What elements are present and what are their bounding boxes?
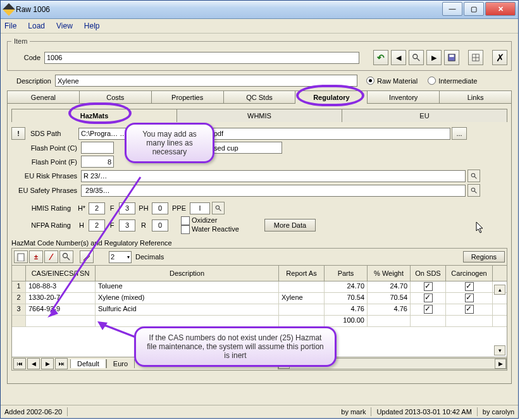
search-button[interactable] <box>409 50 424 65</box>
subtab-hazmats[interactable]: HazMats <box>11 109 177 122</box>
table-row[interactable]: 1108-88-3Toluene24.7024.70 <box>12 281 507 293</box>
grid-scroll-down[interactable]: ▾ <box>494 345 505 355</box>
tab-links[interactable]: Links <box>439 90 512 104</box>
nfpa-h-input[interactable] <box>89 219 105 232</box>
code-input[interactable] <box>44 52 359 64</box>
tab-regulatory[interactable]: Regulatory <box>295 90 368 104</box>
app-window: Raw 1006 — ▢ ✕ File Load View Help Item … <box>0 0 519 419</box>
grid-button[interactable] <box>468 50 483 65</box>
intermediate-radio[interactable]: Intermediate <box>428 77 477 85</box>
table-row[interactable]: 37664-93-9Sulfuric Acid4.764.76 <box>12 304 507 316</box>
more-data-button[interactable]: More Data <box>264 219 316 232</box>
decimals-spinner[interactable]: 2▾ <box>109 251 132 263</box>
col-cas[interactable]: CAS/EINECS/TSN <box>26 266 96 281</box>
nfpa-f-input[interactable] <box>119 219 135 232</box>
subtab-whmis[interactable]: WHMIS <box>176 109 342 122</box>
edit-row-button[interactable] <box>80 250 94 263</box>
subtab-eu[interactable]: EU <box>342 109 507 122</box>
regulatory-pane: HazMats WHMIS EU ! SDS Path ... Flash Po… <box>7 103 512 384</box>
tab-inventory[interactable]: Inventory <box>367 90 440 104</box>
svg-line-15 <box>67 257 70 260</box>
last-sheet-button[interactable]: ⏭ <box>55 358 68 369</box>
hmis-ph-label: PH <box>135 204 152 212</box>
new-row-button[interactable] <box>14 250 28 263</box>
ppe-input[interactable] <box>190 202 210 214</box>
cancel-row-button[interactable]: ⁄ <box>44 250 58 263</box>
eu-safety-lookup-button[interactable] <box>467 184 480 197</box>
col-carcinogen[interactable]: Carcinogen <box>446 266 493 281</box>
content-area: Item Code ↶ ◀ ▶ ✗ Description <box>1 34 518 411</box>
first-sheet-button[interactable]: ⏮ <box>13 358 26 369</box>
prev-sheet-button[interactable]: ◀ <box>27 358 40 369</box>
save-button[interactable] <box>444 50 459 65</box>
eu-safety-label: EU Safety Phrases <box>11 187 81 194</box>
next-record-button[interactable]: ▶ <box>426 50 442 65</box>
sub-tabs: HazMats WHMIS EU <box>11 109 507 122</box>
search-grid-button[interactable] <box>59 250 73 263</box>
hazmat-grid-title: HazMat Code Number(s) and Regulatory Ref… <box>11 239 507 247</box>
nfpa-r-input[interactable] <box>152 219 168 232</box>
tab-properties[interactable]: Properties <box>151 90 224 104</box>
menu-help[interactable]: Help <box>84 22 100 30</box>
tab-costs[interactable]: Costs <box>79 90 152 104</box>
flashpoint-f-input[interactable] <box>81 156 114 168</box>
col-parts[interactable]: Parts <box>325 266 368 281</box>
window-title: Raw 1006 <box>16 5 50 14</box>
regions-button[interactable]: Regions <box>463 251 505 262</box>
callout-lines: You may add as many lines as necessary <box>125 123 214 163</box>
nfpa-f-label: F <box>105 221 119 229</box>
col-reportas[interactable]: Report As <box>279 266 325 281</box>
sheet-tab-default[interactable]: Default <box>70 359 106 368</box>
hazmat-toolbar: ± ⁄ 2▾ Decimals Regions <box>11 248 507 266</box>
maximize-button[interactable]: ▢ <box>464 2 484 16</box>
description-label: Description <box>7 77 55 85</box>
next-sheet-button[interactable]: ▶ <box>41 358 54 369</box>
menu-load[interactable]: Load <box>28 22 45 30</box>
col-description[interactable]: Description <box>96 266 279 281</box>
eu-safety-input[interactable] <box>81 185 466 197</box>
svg-point-7 <box>471 173 475 177</box>
warn-button[interactable]: ! <box>11 127 25 140</box>
prev-record-button[interactable]: ◀ <box>391 50 406 65</box>
status-updated: Updated 2013-03-01 10:42 AM <box>376 408 471 416</box>
close-button[interactable]: ✕ <box>485 2 516 16</box>
hscroll-right[interactable]: ▶ <box>495 359 506 369</box>
water-reactive-check[interactable]: Water Reactive <box>181 225 239 234</box>
titlebar[interactable]: Raw 1006 — ▢ ✕ <box>1 1 518 19</box>
description-input[interactable] <box>55 75 357 87</box>
svg-point-11 <box>216 206 220 209</box>
sds-browse-button[interactable]: ... <box>452 127 467 140</box>
item-group: Item Code ↶ ◀ ▶ ✗ <box>7 37 512 71</box>
eu-risk-lookup-button[interactable] <box>467 170 480 182</box>
col-onsds[interactable]: On SDS <box>411 266 446 281</box>
svg-rect-13 <box>18 254 24 261</box>
oxidizer-check[interactable]: Oxidizer <box>181 216 239 225</box>
menubar: File Load View Help <box>1 19 518 34</box>
hmis-h-input[interactable] <box>89 202 105 214</box>
raw-material-radio[interactable]: Raw Material <box>366 77 418 85</box>
svg-line-12 <box>219 209 221 211</box>
ppe-lookup-button[interactable] <box>212 202 225 214</box>
col-weight[interactable]: % Weight <box>368 266 411 281</box>
minimize-button[interactable]: — <box>442 2 462 16</box>
flashpoint-c-input[interactable] <box>81 142 114 154</box>
delete-row-button[interactable]: ± <box>29 250 43 263</box>
sds-path-label: SDS Path <box>30 130 78 137</box>
menu-file[interactable]: File <box>4 22 16 30</box>
eu-risk-input[interactable] <box>81 170 466 182</box>
tab-qcstds[interactable]: QC Stds <box>223 90 296 104</box>
sheet-tab-euro[interactable]: Euro <box>106 359 135 368</box>
hmis-f-input[interactable] <box>119 202 135 214</box>
pencil-icon <box>3 3 15 16</box>
svg-point-14 <box>63 254 68 258</box>
hmis-ph-input[interactable] <box>152 202 168 214</box>
flashpoint-f-label: Flash Point (F) <box>11 158 81 166</box>
undo-button[interactable]: ↶ <box>373 50 388 65</box>
cursor-icon <box>476 221 485 234</box>
tab-general[interactable]: General <box>7 90 80 104</box>
delete-button[interactable]: ✗ <box>492 50 507 65</box>
table-row[interactable]: 21330-20-7Xylene (mixed)Xylene70.5470.54 <box>12 293 507 304</box>
grid-scroll-up[interactable]: ▴ <box>494 285 505 295</box>
menu-view[interactable]: View <box>56 22 73 30</box>
hmis-f-label: F <box>105 204 119 212</box>
